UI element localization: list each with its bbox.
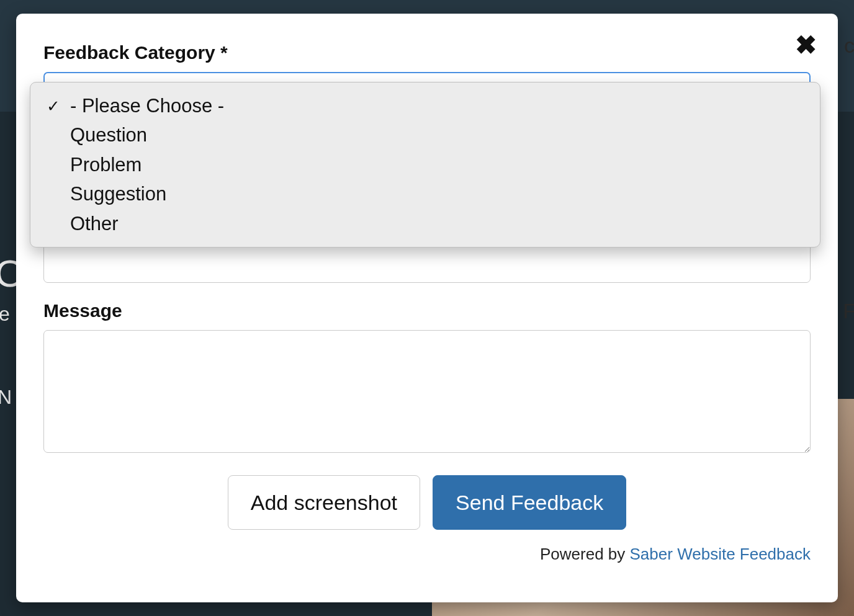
close-icon[interactable]: ✖	[795, 32, 817, 58]
dropdown-option-label: Suggestion	[70, 181, 166, 207]
send-feedback-button[interactable]: Send Feedback	[433, 475, 626, 530]
bg-text-fragment: c	[844, 33, 854, 58]
dropdown-option-label: Question	[70, 122, 147, 148]
message-field[interactable]	[43, 330, 811, 453]
page-topbar	[0, 0, 854, 12]
dropdown-option-problem[interactable]: Problem	[30, 150, 820, 179]
dropdown-option-label: Problem	[70, 151, 142, 178]
button-row: Add screenshot Send Feedback	[43, 475, 811, 530]
powered-by-link[interactable]: Saber Website Feedback	[630, 545, 811, 563]
feedback-category-label: Feedback Category *	[43, 42, 811, 63]
feedback-modal: ✖ Feedback Category * - Please Choose - …	[16, 14, 838, 602]
email-field[interactable]	[43, 243, 811, 283]
dropdown-option-please-choose[interactable]: ✓ - Please Choose -	[30, 91, 820, 120]
add-screenshot-button[interactable]: Add screenshot	[228, 475, 420, 530]
dropdown-option-label: - Please Choose -	[70, 92, 224, 119]
powered-by: Powered by Saber Website Feedback	[43, 545, 811, 564]
feedback-category-dropdown: ✓ - Please Choose - Question Problem Sug…	[30, 82, 820, 248]
dropdown-option-other[interactable]: Other	[30, 209, 820, 238]
bg-text-fragment: N	[0, 386, 12, 409]
bg-text-fragment: F	[843, 299, 854, 323]
message-label: Message	[43, 300, 811, 321]
dropdown-option-label: Other	[70, 210, 119, 237]
dropdown-option-question[interactable]: Question	[30, 120, 820, 150]
dropdown-option-suggestion[interactable]: Suggestion	[30, 179, 820, 208]
powered-by-prefix: Powered by	[540, 545, 630, 563]
check-icon: ✓	[47, 94, 60, 117]
bg-text-fragment: e	[0, 303, 11, 326]
